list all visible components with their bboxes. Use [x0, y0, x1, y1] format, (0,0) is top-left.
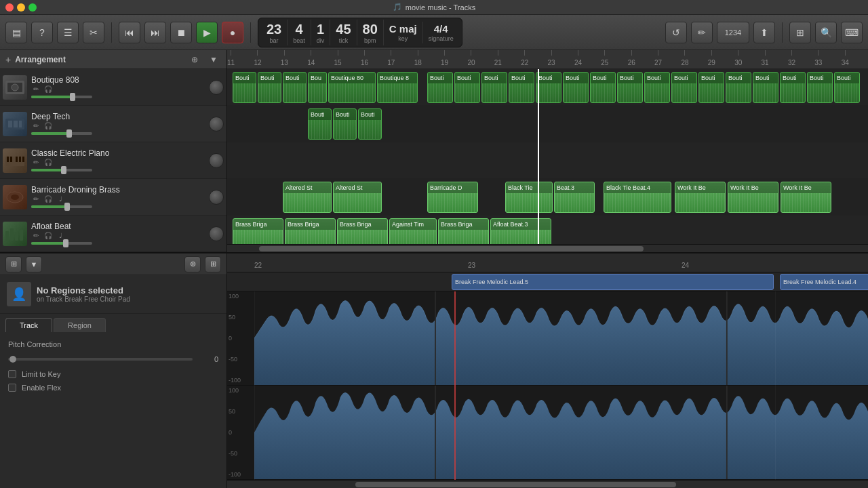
track-fader-boutique-808[interactable] — [31, 96, 92, 98]
clip-lane0-0[interactable]: Bouti — [233, 72, 256, 103]
clip-lane4-5[interactable]: Afloat Beat.3 — [490, 218, 551, 244]
clip-lane0-12[interactable]: Bouti — [590, 72, 616, 103]
track-lane-afloat-beat[interactable]: Brass BrigaBrass BrigaBrass BrigaAgainst… — [227, 216, 868, 244]
track-fader-afloat-beat[interactable] — [31, 242, 92, 245]
scissors-button[interactable]: ✂ — [83, 22, 104, 43]
tab-track-button[interactable]: Track — [5, 318, 52, 332]
track-headphone-icon-barricade-brass[interactable]: 🎧 — [43, 195, 53, 204]
track-lane-deep-tech[interactable]: BoutiBoutiBouti — [227, 106, 868, 142]
fastforward-button[interactable]: ⏭ — [144, 22, 166, 43]
clip-lane4-0[interactable]: Brass Briga — [233, 218, 283, 244]
inspector-button[interactable]: ☰ — [57, 22, 79, 43]
clip-lane1-1[interactable]: Bouti — [333, 108, 357, 140]
clip-lane0-7[interactable]: Bouti — [454, 72, 480, 103]
clip-lane0-16[interactable]: Bouti — [698, 72, 724, 103]
clip-lane0-5[interactable]: Boutique 8 — [377, 72, 418, 103]
arrangement-link-button[interactable]: ⊕ — [187, 52, 202, 67]
clip-lane3-3[interactable]: Black Tie — [505, 182, 553, 213]
clip-lane3-4[interactable]: Beat.3 — [554, 182, 595, 213]
clip-lane3-5[interactable]: Black Tie Beat.4 — [604, 182, 671, 213]
clip-lane0-1[interactable]: Bouti — [258, 72, 281, 103]
clip-lane0-15[interactable]: Bouti — [671, 72, 697, 103]
clip-lane0-17[interactable]: Bouti — [726, 72, 751, 103]
play-button[interactable]: ▶ — [196, 22, 218, 43]
arrangement-filter-button[interactable]: ▼ — [206, 52, 221, 67]
track-knob-classic-piano[interactable] — [209, 153, 224, 168]
clip-lane0-4[interactable]: Boutique 80 — [328, 72, 376, 103]
clip-lane0-6[interactable]: Bouti — [427, 72, 453, 103]
audio-clips-header[interactable]: Break Free Melodic Lead.5Break Free Melo… — [227, 272, 868, 291]
view-button[interactable]: ⊞ — [789, 22, 811, 43]
track-lane-barricade-brass[interactable]: Altered StAltered StBarricade DBlack Tie… — [227, 179, 868, 216]
track-knob-afloat-beat[interactable] — [209, 226, 224, 241]
track-headphone-icon-afloat-beat[interactable]: 🎧 — [43, 231, 53, 241]
add-track-button[interactable]: + — [5, 54, 11, 65]
scrollbar-thumb[interactable] — [259, 246, 644, 251]
tab-region-button[interactable]: Region — [54, 318, 106, 332]
close-button[interactable] — [5, 3, 14, 12]
track-headphone-icon-boutique-808[interactable]: 🎧 — [43, 85, 53, 94]
clip-lane0-2[interactable]: Bouti — [283, 72, 307, 103]
keyboard-button[interactable]: ⌨ — [841, 22, 863, 43]
stop-button[interactable]: ⏹ — [170, 22, 192, 43]
pitch-slider-thumb[interactable] — [9, 356, 16, 363]
pencil-button[interactable]: ✏ — [691, 22, 713, 43]
clip-lane0-3[interactable]: Bou — [308, 72, 327, 103]
clip-lane4-4[interactable]: Brass Briga — [438, 218, 489, 244]
clip-lane0-10[interactable]: Bouti — [536, 72, 561, 103]
track-fader-deep-tech[interactable] — [31, 132, 92, 135]
help-button[interactable]: ? — [31, 22, 53, 43]
export-button[interactable]: ⬆ — [753, 22, 775, 43]
track-headphone-icon-classic-piano[interactable]: 🎧 — [43, 158, 53, 167]
track-edit-icon-boutique-808[interactable]: ✏ — [31, 85, 41, 94]
track-knob-boutique-808[interactable] — [209, 80, 224, 95]
editor-columns-button[interactable]: ⊞ — [205, 256, 221, 272]
clip-lane3-2[interactable]: Barricade D — [427, 182, 478, 213]
clip-lane3-0[interactable]: Altered St — [283, 182, 332, 213]
timeline-scrollbar[interactable] — [227, 244, 868, 252]
clip-lane4-1[interactable]: Brass Briga — [285, 218, 336, 244]
clip-lane1-0[interactable]: Bouti — [308, 108, 332, 140]
library-button[interactable]: ▤ — [5, 22, 27, 43]
track-lane-classic-piano[interactable] — [227, 142, 868, 179]
clip-lane4-3[interactable]: Against Tim — [389, 218, 437, 244]
clip-lane0-9[interactable]: Bouti — [509, 72, 534, 103]
track-edit-icon-barricade-brass[interactable]: ✏ — [31, 195, 41, 204]
clip-lane4-2[interactable]: Brass Briga — [337, 218, 388, 244]
clip-lane0-11[interactable]: Bouti — [563, 72, 589, 103]
track-headphone-icon-deep-tech[interactable]: 🎧 — [43, 121, 53, 131]
editor-settings-button[interactable]: ⊞ — [5, 256, 22, 272]
clip-lane0-20[interactable]: Bouti — [807, 72, 833, 103]
audio-scrollbar[interactable] — [227, 480, 868, 488]
audio-clip-bar-0[interactable]: Break Free Melodic Lead.5 — [452, 274, 774, 290]
track-edit-icon-classic-piano[interactable]: ✏ — [31, 158, 41, 167]
track-edit-icon-deep-tech[interactable]: ✏ — [31, 121, 41, 131]
clip-lane0-13[interactable]: Bouti — [617, 72, 643, 103]
editor-zoom-button[interactable]: ⊕ — [184, 256, 201, 272]
clip-lane3-7[interactable]: Work It Be — [728, 182, 778, 213]
record-button[interactable]: ● — [222, 22, 243, 43]
editor-filter-button[interactable]: ▼ — [26, 256, 42, 272]
clip-lane0-18[interactable]: Bouti — [753, 72, 778, 103]
clip-lane0-14[interactable]: Bouti — [644, 72, 670, 103]
clip-lane3-6[interactable]: Work It Be — [675, 182, 726, 213]
track-knob-barricade-brass[interactable] — [209, 190, 224, 205]
track-fader-classic-piano[interactable] — [31, 169, 92, 171]
audio-clip-bar-1[interactable]: Break Free Melodic Lead.4 — [780, 274, 868, 290]
limit-to-key-checkbox[interactable] — [8, 370, 16, 378]
maximize-button[interactable] — [28, 3, 37, 12]
pitch-slider[interactable] — [8, 358, 193, 361]
bounce-button[interactable]: ↺ — [665, 22, 687, 43]
clip-lane0-8[interactable]: Bouti — [481, 72, 507, 103]
track-midi-icon-barricade-brass[interactable]: ♩ — [56, 195, 65, 204]
timeline-ruler[interactable]: 1112131415161718192021222324252627282930… — [227, 50, 868, 69]
minimize-button[interactable] — [17, 3, 25, 12]
clip-lane0-21[interactable]: Bouti — [834, 72, 860, 103]
waveform-area[interactable]: 100 50 0 -50 -100 — [227, 291, 868, 480]
audio-scrollbar-thumb[interactable] — [355, 482, 676, 487]
clip-lane3-8[interactable]: Work It Be — [781, 182, 831, 213]
clip-lane3-1[interactable]: Altered St — [333, 182, 382, 213]
enable-flex-checkbox[interactable] — [8, 384, 16, 392]
track-knob-deep-tech[interactable] — [209, 117, 224, 131]
track-edit-icon-afloat-beat[interactable]: ✏ — [31, 231, 41, 241]
